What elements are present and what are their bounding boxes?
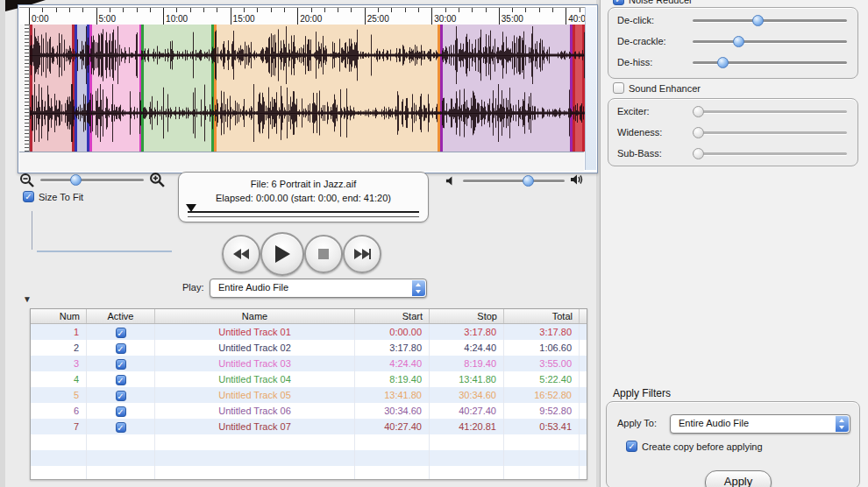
stop-button[interactable] [304,235,343,273]
zoom-slider[interactable] [40,174,144,186]
zoom-slider-knob[interactable] [70,174,82,186]
track-active-checkbox[interactable]: ✓ [116,375,126,385]
progress-track[interactable] [188,211,419,213]
cell-active: ✓ [87,324,155,340]
next-button[interactable] [343,235,381,273]
table-row-empty[interactable] [31,434,587,450]
track-active-checkbox[interactable]: ✓ [116,328,126,338]
ruler-minor-tick [217,8,217,12]
noise-reducer-slider-track[interactable] [693,40,847,43]
ruler-label: 5:00 [99,14,116,24]
tracklist-disclosure-triangle[interactable]: ▼ [23,294,32,304]
magnifier-plus-icon [149,172,166,188]
noise-reducer-slider-knob[interactable] [752,15,764,26]
horizontal-scrollbar[interactable] [19,152,584,172]
ruler-minor-tick [539,8,540,12]
col-header-name[interactable]: Name [155,309,355,323]
table-body: 1✓Untitled Track 010:00.003:17.803:17.80… [31,324,587,480]
table-row-empty[interactable] [31,466,587,480]
cell-filler [580,371,587,387]
cell-filler [580,324,587,340]
rewind-button[interactable] [222,235,260,273]
zoom-slider-track[interactable] [40,179,144,181]
volume-high-button[interactable] [570,173,585,190]
volume-slider[interactable] [463,175,565,187]
size-to-fit-checkbox[interactable]: ✓ [23,191,34,202]
table-row[interactable]: 4✓Untitled Track 048:19.4013:41.805:22.4… [31,371,587,387]
volume-slider-track[interactable] [463,180,565,182]
sound-enhancer-slider-track[interactable] [693,152,847,155]
noise-reducer-slider-knob[interactable] [733,36,744,47]
size-to-fit-label: Size To Fit [39,192,83,202]
noise-reducer-slider-track[interactable] [693,61,847,64]
noise-reducer-slider-track[interactable] [693,19,847,22]
sound-enhancer-slider-knob[interactable] [693,106,704,117]
cell-empty [155,434,355,450]
waveform-display[interactable] [30,25,585,152]
cell-total: 0:53.41 [504,419,580,434]
sound-enhancer-checkbox[interactable] [613,82,624,94]
noise-reducer-slider[interactable] [693,57,847,68]
noise-reducer-slider[interactable] [693,36,847,47]
table-row[interactable]: 5✓Untitled Track 0513:41.8030:34.6016:52… [31,387,587,403]
track-active-checkbox[interactable]: ✓ [116,422,126,433]
track-active-checkbox[interactable]: ✓ [116,391,126,401]
cell-start: 40:27.40 [355,419,430,434]
volume-slider-knob[interactable] [523,175,534,187]
ruler-label: 30:00 [434,14,456,24]
track-active-checkbox[interactable]: ✓ [116,359,126,370]
track-active-checkbox[interactable]: ✓ [116,406,126,417]
sound-enhancer-slider[interactable] [693,148,847,159]
create-copy-checkbox[interactable]: ✓ [626,441,637,452]
ruler-minor-tick [324,8,325,12]
vertical-scrollbar[interactable] [585,7,596,170]
col-header-start[interactable]: Start [355,309,430,323]
sound-enhancer-slider-knob[interactable] [693,127,704,138]
cell-num: 5 [31,387,87,403]
speaker-high-icon [570,173,585,187]
apply-to-select[interactable]: Entire Audio File [670,414,850,434]
table-row[interactable]: 7✓Untitled Track 0740:27.4041:20.810:53.… [31,419,587,434]
sound-enhancer-slider[interactable] [693,127,847,138]
table-row[interactable]: 1✓Untitled Track 010:00.003:17.803:17.80 [31,324,587,340]
apply-button[interactable]: Apply [705,470,772,487]
noise-reducer-slider[interactable] [693,15,847,26]
zoom-out-button[interactable] [19,173,35,192]
sound-enhancer-row: Exciter: [608,105,857,119]
ruler-minor-tick [391,8,392,12]
col-header-num[interactable]: Num [31,309,87,323]
ruler-major-tick [163,8,164,25]
next-icon [352,248,372,260]
noise-reducer-checkbox[interactable]: ✓ [613,0,624,5]
play-scope-select[interactable]: Entire Audio File [210,279,427,298]
ruler-minor-tick [271,8,272,12]
sound-enhancer-slider[interactable] [693,106,847,117]
sound-enhancer-slider-track[interactable] [693,131,847,134]
sound-enhancer-slider-knob[interactable] [693,148,704,159]
table-row-empty[interactable] [31,450,587,466]
volume-low-button[interactable] [445,174,457,190]
col-header-total[interactable]: Total [504,309,580,323]
cell-active: ✓ [87,419,155,434]
table-row[interactable]: 3✓Untitled Track 034:24.408:19.403:55.00 [31,356,587,371]
noise-reducer-slider-knob[interactable] [717,57,729,68]
col-header-active[interactable]: Active [87,309,155,323]
ruler-minor-tick [123,8,124,12]
cell-num: 7 [31,419,87,434]
zoom-in-button[interactable] [149,172,166,192]
filters-panel: ✓ Noise Reducer De-click:De-crackle:De-h… [600,0,868,487]
ruler-label: 10:00 [166,14,188,24]
table-row[interactable]: 2✓Untitled Track 023:17.804:24.401:06.60 [31,340,587,356]
ruler-minor-tick [110,8,110,12]
track-active-checkbox[interactable]: ✓ [116,343,126,354]
cell-stop: 8:19.40 [430,356,504,371]
play-button[interactable] [260,232,304,276]
cell-empty [430,466,504,480]
noise-reducer-row: De-crackle: [608,35,857,49]
sound-enhancer-slider-track[interactable] [693,110,847,113]
cell-empty [355,466,430,480]
ruler-minor-tick [351,8,352,12]
col-header-stop[interactable]: Stop [430,309,504,323]
cell-active: ✓ [87,387,155,403]
table-row[interactable]: 6✓Untitled Track 0630:34.6040:27.409:52.… [31,403,587,419]
